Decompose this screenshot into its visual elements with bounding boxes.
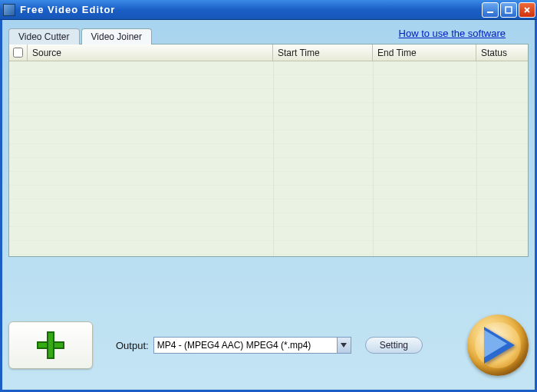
minimize-button[interactable]	[482, 2, 499, 18]
tab-row: Video Cutter Video Joiner How to use the…	[8, 26, 529, 44]
tab-label-joiner: Video Joiner	[91, 31, 143, 42]
tab-label-cutter: Video Cutter	[18, 31, 70, 42]
output-format-select[interactable]: MP4 - (MPEG4 AAC) MPEG4 (*.mp4)	[153, 337, 351, 354]
grid-body[interactable]	[9, 61, 528, 257]
maximize-button[interactable]	[500, 2, 517, 18]
bottom-toolbar: Output: MP4 - (MPEG4 AAC) MPEG4 (*.mp4) …	[8, 315, 529, 376]
svg-rect-1	[506, 7, 512, 13]
column-header-source[interactable]: Source	[28, 44, 273, 61]
chevron-down-icon	[337, 338, 351, 353]
start-button[interactable]	[467, 315, 529, 376]
tab-video-joiner[interactable]: Video Joiner	[81, 28, 153, 44]
setting-button-label: Setting	[380, 340, 408, 351]
file-grid: Source Start Time End Time Status	[8, 44, 529, 257]
plus-icon	[37, 331, 64, 359]
column-header-end-time[interactable]: End Time	[373, 44, 476, 61]
column-header-start-time[interactable]: Start Time	[273, 44, 373, 61]
output-format-value: MP4 - (MPEG4 AAC) MPEG4 (*.mp4)	[157, 340, 311, 351]
svg-rect-0	[487, 12, 493, 13]
add-file-button[interactable]	[8, 321, 93, 369]
select-all-checkbox[interactable]	[13, 48, 23, 58]
window-title: Free Video Editor	[20, 4, 115, 15]
grid-header: Source Start Time End Time Status	[9, 44, 528, 61]
column-header-status[interactable]: Status	[476, 44, 528, 61]
help-link[interactable]: How to use the software	[399, 28, 506, 39]
column-header-checkbox[interactable]	[9, 44, 28, 61]
title-bar: Free Video Editor	[0, 0, 537, 20]
play-icon	[484, 327, 515, 364]
output-label: Output:	[116, 340, 149, 351]
close-button[interactable]	[519, 2, 535, 18]
client-area: Video Cutter Video Joiner How to use the…	[0, 20, 537, 392]
tab-video-cutter[interactable]: Video Cutter	[8, 28, 80, 44]
app-icon	[3, 4, 15, 16]
setting-button[interactable]: Setting	[365, 337, 423, 354]
